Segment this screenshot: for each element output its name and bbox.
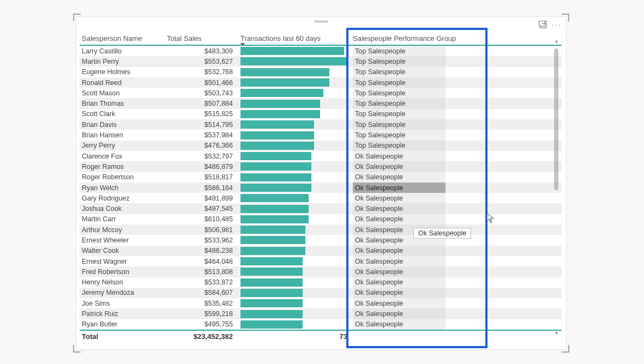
table-row[interactable]: Ryan Welch$586,164Ok Salespeople	[80, 183, 562, 193]
table-row[interactable]: Arthur Mccoy$506,981Ok Salespeople	[80, 225, 562, 235]
cell-performance-group: Top Salespeople	[353, 56, 446, 66]
table-row[interactable]: Ernest Wheeler$533,962Ok Salespeople	[80, 235, 562, 245]
resize-handle-bl[interactable]	[73, 345, 81, 353]
data-bar	[240, 68, 329, 76]
cell-transactions-bar	[240, 161, 350, 172]
table-row[interactable]: Clarence Fox$532,797Ok Salespeople	[80, 151, 562, 161]
total-label: Total	[80, 332, 167, 341]
table-row[interactable]: Roger Ramos$486,879Ok Salespeople	[80, 161, 562, 172]
cell-performance-group: Top Salespeople	[353, 119, 446, 130]
cell-performance-group: Top Salespeople	[353, 141, 446, 151]
table-row[interactable]: Ronald Reed$501,466Top Salespeople	[80, 77, 562, 88]
table-row[interactable]: Gary Rodriguez$491,899Ok Salespeople	[80, 193, 562, 203]
cell-total-sales: $483,309	[167, 47, 240, 55]
resize-handle-tl[interactable]	[73, 14, 81, 21]
cell-salesperson-name: Henry Nelson	[80, 278, 167, 286]
data-bar	[240, 205, 309, 213]
data-bar	[240, 320, 303, 329]
cell-total-sales: $537,984	[167, 131, 240, 139]
scroll-up-icon[interactable]: ▴	[554, 38, 558, 42]
table-row[interactable]: Joe Sims$535,482Ok Salespeople	[80, 298, 562, 308]
cell-performance-group: Top Salespeople	[353, 46, 446, 56]
table-row[interactable]: Ernest Wagner$464,048Ok Salespeople	[80, 256, 562, 266]
cell-transactions-bar	[240, 130, 350, 140]
cell-performance-group: Ok Salespeople	[353, 308, 446, 319]
data-bar	[240, 194, 309, 202]
data-bar	[240, 173, 311, 181]
cell-total-sales: $513,808	[167, 268, 240, 276]
cell-performance-group: Ok Salespeople	[353, 246, 446, 256]
table-row[interactable]: Fred Robertson$513,808Ok Salespeople	[80, 266, 562, 277]
cell-total-sales: $501,466	[167, 79, 240, 87]
cell-performance-group: Top Salespeople	[353, 109, 446, 119]
data-bar	[240, 120, 314, 129]
col-header-name[interactable]: Salesperson Name	[80, 34, 167, 43]
table-row[interactable]: Patrick Ruiz$599,218Ok Salespeople	[80, 308, 562, 319]
table-row[interactable]: Scott Mason$503,743Top Salespeople	[80, 88, 562, 98]
scroll-down-icon[interactable]: ▾	[554, 330, 558, 334]
data-bar	[240, 100, 320, 108]
table-row[interactable]: Martin Perry$553,627Top Salespeople	[80, 56, 562, 66]
table-row[interactable]: Walter Cook$486,238Ok Salespeople	[80, 246, 562, 256]
table-row[interactable]: Larry Castillo$483,309Top Salespeople	[80, 46, 562, 56]
scroll-thumb[interactable]	[554, 48, 558, 190]
resize-handle-tr[interactable]	[562, 14, 569, 21]
cell-salesperson-name: Arthur Mccoy	[80, 226, 167, 234]
cell-total-sales: $584,607	[167, 289, 240, 296]
data-bar	[240, 184, 311, 192]
cell-transactions-bar	[240, 256, 350, 266]
vertical-scrollbar[interactable]: ▴ ▾	[554, 38, 558, 334]
table-row[interactable]: Brian Thomas$507,884Top Salespeople	[80, 98, 562, 108]
table-row[interactable]: Martin Carr$610,485Ok Salespeople	[80, 214, 562, 225]
cell-performance-group: Ok Salespeople	[353, 214, 446, 225]
cell-performance-group: Top Salespeople	[353, 77, 446, 88]
table-row[interactable]: Ryan Butler$495,755Ok Salespeople	[80, 319, 562, 330]
more-options-icon[interactable]: ···	[552, 20, 562, 29]
table-row[interactable]: Jeremy Mendoza$584,607Ok Salespeople	[80, 288, 562, 298]
table-total-row: Total $23,452,382 73	[80, 330, 562, 342]
table-row[interactable]: Jerry Perry$476,366Top Salespeople	[80, 141, 562, 151]
cell-performance-group: Ok Salespeople	[353, 298, 446, 308]
data-bar	[240, 142, 314, 150]
table-visual[interactable]: ··· Salesperson Name Total Sales Transac…	[76, 16, 567, 350]
cell-transactions-bar	[240, 77, 350, 88]
cell-total-sales: $533,962	[167, 236, 240, 244]
focus-mode-icon[interactable]	[539, 21, 547, 28]
table-row[interactable]: Henry Nelson$533,872Ok Salespeople	[80, 277, 562, 288]
cell-salesperson-name: Gary Rodriguez	[80, 195, 167, 202]
cell-transactions-bar	[240, 67, 350, 77]
cell-salesperson-name: Joshua Cook	[80, 205, 167, 213]
cell-total-sales: $514,795	[167, 121, 240, 129]
cell-total-sales: $486,879	[167, 163, 240, 171]
table-row[interactable]: Brian Davis$514,795Top Salespeople	[80, 119, 562, 130]
data-bar	[240, 152, 311, 160]
table-row[interactable]: Scott Clark$515,825Top Salespeople	[80, 109, 562, 119]
cell-performance-group: Ok Salespeople	[353, 193, 446, 203]
cell-total-sales: $507,884	[167, 100, 240, 107]
cell-transactions-bar	[240, 246, 350, 256]
table-header-row: Salesperson Name Total Sales Transaction…	[80, 34, 562, 46]
cell-salesperson-name: Roger Robertson	[80, 173, 167, 181]
col-header-group[interactable]: Salespeople Performance Group	[350, 34, 480, 43]
resize-handle-br[interactable]	[562, 345, 569, 353]
cell-total-sales: $553,627	[167, 58, 240, 65]
data-bar	[240, 57, 347, 65]
cell-total-sales: $532,797	[167, 153, 240, 160]
data-bar	[240, 226, 305, 234]
data-bar	[240, 131, 314, 139]
cell-total-sales: $495,755	[167, 320, 240, 328]
table-row[interactable]: Roger Robertson$518,817Ok Salespeople	[80, 172, 562, 183]
table-row[interactable]: Brian Hansen$537,984Top Salespeople	[80, 130, 562, 140]
cell-transactions-bar	[240, 141, 350, 151]
table-row[interactable]: Joshua Cook$497,545Ok Salespeople	[80, 203, 562, 214]
cell-tooltip: Ok Salespeople	[413, 228, 471, 239]
col-header-transactions[interactable]: Transactions last 60 days	[240, 34, 350, 43]
data-bar	[240, 215, 309, 223]
col-header-sales[interactable]: Total Sales	[167, 34, 240, 43]
cell-salesperson-name: Patrick Ruiz	[80, 310, 167, 318]
cell-salesperson-name: Ernest Wagner	[80, 258, 167, 265]
cell-salesperson-name: Martin Perry	[80, 58, 167, 65]
visual-drag-handle[interactable]	[314, 20, 328, 23]
table-row[interactable]: Eugene Holmes$532,768Top Salespeople	[80, 67, 562, 77]
cell-transactions-bar	[240, 277, 350, 288]
